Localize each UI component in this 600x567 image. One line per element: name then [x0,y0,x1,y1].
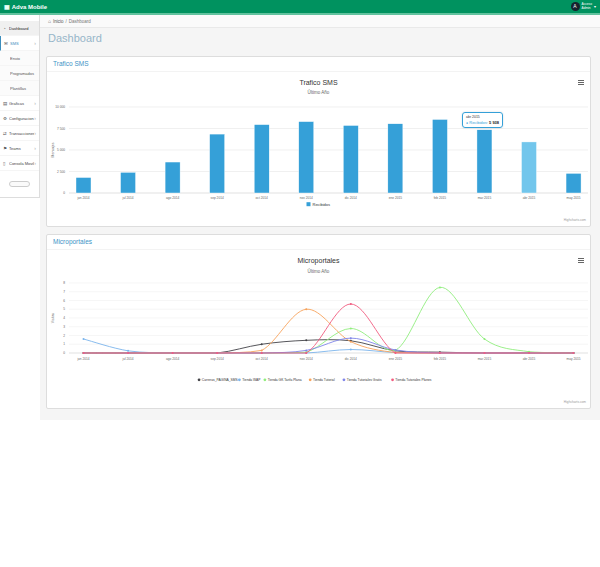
sms-traffic-panel: Trafico SMS Trafico SMSÚltimo Año02 5005… [46,56,591,227]
chevron-right-icon: › [34,100,36,106]
svg-text:Tienda WAP: Tienda WAP [242,378,261,382]
svg-text:may 2015: may 2015 [567,196,581,200]
svg-text:2 500: 2 500 [57,170,65,174]
svg-text:ago 2014: ago 2014 [166,196,180,200]
svg-text:Tienda Tutorial: Tienda Tutorial [313,378,335,382]
svg-text:2: 2 [63,334,65,338]
svg-text:abr 2015: abr 2015 [523,357,536,361]
home-icon: ⌂ [48,18,51,24]
sidebar-item-label: Transacciones [9,131,34,136]
svg-text:3: 3 [63,325,65,329]
sidebar-item-label: Plantillas [10,86,36,91]
svg-text:0: 0 [63,351,65,355]
svg-text:dic 2014: dic 2014 [345,196,357,200]
svg-text:Visitas: Visitas [51,313,55,323]
svg-text:Carreras_PAGINA_SMS: Carreras_PAGINA_SMS [202,378,239,382]
sidebar-item-configuracion[interactable]: ⚙Configuracion› [0,111,39,126]
svg-text:oct 2014: oct 2014 [256,196,268,200]
user-menu-button[interactable]: A Acceso Admin ▾ [571,2,596,11]
sidebar-item-plantillas[interactable]: Plantillas [0,81,39,96]
svg-text:5 000: 5 000 [57,148,65,152]
brand-logo-icon: ▦ [4,4,10,10]
microportales-panel-title: Microportales [47,235,590,250]
sidebar-item-consola-movil[interactable]: ▯Consola Movil› [0,156,39,171]
sidebar-item-transacciones[interactable]: ⇄Transacciones› [0,126,39,141]
svg-text:8: 8 [63,281,65,285]
svg-text:10 000: 10 000 [55,105,65,109]
caret-down-icon: ▾ [594,4,596,9]
svg-text:Microportales: Microportales [297,257,340,265]
microportales-chart: MicroportalesÚltimo Año012345678Visitasj… [47,251,590,408]
svg-text:Highcharts.com: Highcharts.com [564,400,586,404]
svg-text:Tienda GK Tarifa Plana: Tienda GK Tarifa Plana [268,378,302,382]
sidebar-item-label: SMS [10,41,34,46]
sidebar: ◔Dashboard✉SMS›EnvioProgramadosPlantilla… [0,15,40,198]
svg-text:7: 7 [63,290,65,294]
user-name: Acceso Admin [582,3,592,10]
page-title: Dashboard [48,32,102,44]
sidebar-item-programados[interactable]: Programados [0,66,39,81]
sms-traffic-panel-title: Trafico SMS [47,57,590,72]
microportales-line-chart: MicroportalesÚltimo Año012345678Visitasj… [47,251,590,408]
svg-text:7 500: 7 500 [57,127,65,131]
svg-text:nov 2014: nov 2014 [300,357,313,361]
svg-text:Recibidos: Recibidos [313,202,331,207]
svg-text:Tienda Tutoriales Planes: Tienda Tutoriales Planes [395,378,432,382]
chart-tooltip: abr 2015 ● Recibidos: 5 938 [462,112,503,128]
chart-export-menu-icon[interactable] [577,78,585,86]
chevron-right-icon: › [34,115,36,121]
svg-text:sep 2014: sep 2014 [211,196,224,200]
svg-text:feb 2015: feb 2015 [434,357,447,361]
sidebar-item-label: Teams [9,146,34,151]
breadcrumb-separator: / [66,19,67,24]
svg-text:Highcharts.com: Highcharts.com [564,218,586,222]
main-content: ⌂ Inicio / Dashboard Dashboard Trafico S… [40,15,600,420]
tooltip-value: ● Recibidos: 5 938 [466,120,499,125]
svg-text:jul 2014: jul 2014 [121,357,133,361]
sidebar-item-label: Dashboard [9,26,36,31]
breadcrumb-home-link[interactable]: Inicio [53,19,64,24]
svg-text:ago 2014: ago 2014 [166,357,180,361]
svg-text:mar 2015: mar 2015 [478,196,492,200]
chevron-right-icon: › [34,145,36,151]
svg-text:mar 2015: mar 2015 [478,357,492,361]
sidebar-item-sms[interactable]: ✉SMS› [0,36,39,51]
svg-text:feb 2015: feb 2015 [434,196,447,200]
sidebar-item-envio[interactable]: Envio [0,51,39,66]
sidebar-item-dashboard[interactable]: ◔Dashboard [0,21,39,36]
tooltip-category: abr 2015 [466,115,499,119]
svg-text:jun 2014: jun 2014 [76,357,89,361]
svg-text:may 2015: may 2015 [567,357,581,361]
sidebar-item-graficas[interactable]: ▤Graficas› [0,96,39,111]
svg-text:nov 2014: nov 2014 [300,196,313,200]
brand-name: Adva Mobile [12,4,47,10]
app-window: ▦ Adva Mobile A Acceso Admin ▾ ◔Dashboar… [0,0,600,567]
svg-text:jul 2014: jul 2014 [121,196,133,200]
svg-text:6: 6 [63,299,65,303]
chart-export-menu-icon[interactable] [577,256,585,264]
sms-traffic-chart: Trafico SMSÚltimo Año02 5005 0007 50010 … [47,73,590,226]
breadcrumb-current: Dashboard [69,19,91,24]
svg-text:sep 2014: sep 2014 [211,357,224,361]
sidebar-item-label: Configuracion [9,116,34,121]
breadcrumb: ⌂ Inicio / Dashboard [40,15,600,28]
sidebar-item-label: Envio [10,56,36,61]
brand[interactable]: ▦ Adva Mobile [4,4,47,10]
sidebar-item-teams[interactable]: ⚑Teams› [0,141,39,156]
svg-text:Último Año: Último Año [308,268,330,274]
svg-text:1: 1 [63,342,65,346]
chevron-right-icon: › [34,130,36,136]
sms-traffic-bar-chart: Trafico SMSÚltimo Año02 5005 0007 50010 … [47,73,590,226]
svg-text:0: 0 [63,191,65,195]
svg-text:4: 4 [63,316,65,320]
topbar-accent-line [0,13,600,15]
avatar: A [571,2,580,11]
chevron-right-icon: › [34,160,36,166]
sidebar-toggle-button[interactable] [9,181,30,187]
sidebar-item-label: Programados [10,71,36,76]
svg-text:abr 2015: abr 2015 [523,196,536,200]
chevron-right-icon: › [34,40,36,46]
sidebar-item-label: Graficas [9,101,34,106]
svg-text:oct 2014: oct 2014 [256,357,268,361]
svg-text:ene 2015: ene 2015 [389,357,403,361]
